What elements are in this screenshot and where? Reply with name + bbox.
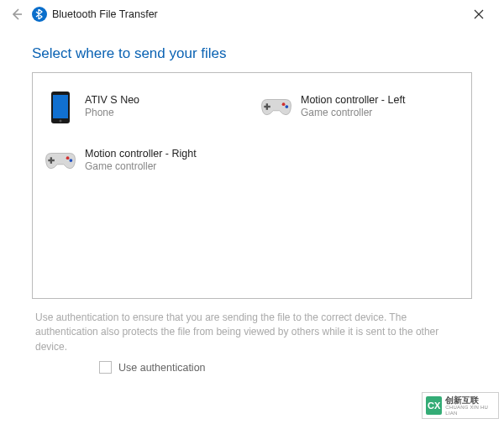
bluetooth-icon (32, 7, 47, 22)
use-authentication-label: Use authentication (118, 362, 206, 374)
window-title: Bluetooth File Transfer (52, 8, 158, 20)
svg-point-6 (282, 102, 286, 106)
svg-rect-9 (264, 106, 270, 107)
gamepad-icon (45, 144, 76, 179)
svg-rect-13 (48, 160, 55, 161)
back-arrow-icon (10, 8, 24, 21)
watermark: CX 创新互联 CHUANG XIN HU LIAN (422, 392, 499, 419)
back-button[interactable] (7, 4, 27, 24)
gamepad-icon (260, 90, 292, 125)
svg-point-10 (66, 156, 70, 160)
close-button[interactable] (462, 3, 496, 25)
watermark-line1: 创新互联 (445, 395, 495, 405)
close-icon (474, 9, 484, 19)
device-motion-controller-left[interactable]: Motion controller - Left Game controller (259, 88, 461, 133)
use-authentication-checkbox[interactable] (99, 361, 112, 374)
device-name: Motion controller - Left (301, 93, 405, 107)
titlebar: Bluetooth File Transfer (0, 0, 504, 29)
device-motion-controller-right[interactable]: Motion controller - Right Game controlle… (43, 142, 245, 187)
device-name: ATIV S Neo (85, 93, 139, 107)
svg-point-7 (285, 105, 288, 108)
phone-icon (45, 90, 76, 125)
svg-point-5 (60, 120, 62, 123)
device-ativ-s-neo[interactable]: ATIV S Neo Phone (43, 88, 245, 133)
device-name: Motion controller - Right (85, 147, 197, 160)
authentication-hint: Use authentication to ensure that you ar… (35, 311, 469, 354)
device-list: ATIV S Neo Phone Motion controller - Lef… (32, 72, 472, 299)
watermark-badge: CX (426, 396, 442, 415)
device-type: Phone (85, 107, 139, 120)
svg-point-11 (69, 159, 72, 162)
authentication-row: Use authentication (99, 361, 472, 374)
device-type: Game controller (85, 160, 197, 174)
svg-rect-4 (53, 95, 68, 118)
page-heading: Select where to send your files (32, 45, 472, 62)
device-type: Game controller (301, 107, 405, 120)
watermark-line2: CHUANG XIN HU LIAN (445, 405, 495, 416)
